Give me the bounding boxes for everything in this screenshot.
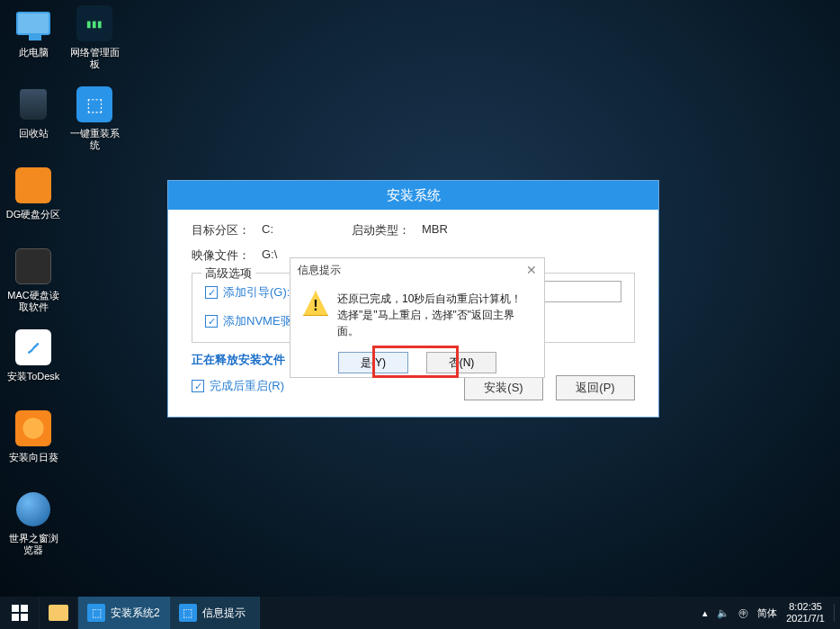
checkbox-restart-after[interactable]: ✓ 完成后重启(R) [192,378,284,394]
taskbar-explorer-button[interactable] [40,597,78,629]
svg-rect-2 [12,614,19,621]
icon-label: 世界之窗浏览器 [5,533,61,556]
ime-indicator-icon[interactable]: ㊥ [738,607,748,620]
app-icon [13,166,53,205]
icon-label: DG硬盘分区 [6,209,61,220]
taskbar: ⬚ 安装系统2 ⬚ 信息提示 ▴ 🔈 ㊥ 简体 8:02:35 2021/7/1 [0,597,840,629]
back-button[interactable]: 返回(P) [556,375,635,400]
checkbox-icon: ✓ [205,315,218,328]
icon-label: 一键重装系统 [67,128,122,151]
target-partition-value: C: [262,222,352,238]
dialog-titlebar: 信息提示 ✕ [290,258,544,282]
boot-type-value: MBR [422,222,448,238]
taskbar-app-installer[interactable]: ⬚ 安装系统2 [78,597,170,629]
taskbar-clock[interactable]: 8:02:35 2021/7/1 [786,601,825,625]
icon-label: 此电脑 [19,47,49,58]
info-dialog: 信息提示 ✕ ! 还原已完成，10秒后自动重启计算机！ 选择"是"马上重启，选择… [290,257,545,378]
svg-rect-0 [12,605,19,612]
image-file-label: 映像文件： [192,247,262,264]
app-icon: ▮▮▮ [75,4,114,43]
icon-label: 网络管理面板 [67,47,122,70]
advanced-legend: 高级选项 [201,265,255,282]
installer-title: 安装系统 [168,181,658,210]
dialog-message: 还原已完成，10秒后自动重启计算机！ 选择"是"马上重启，选择"否"返回主界面。 [337,291,532,339]
dialog-title-text: 信息提示 [298,258,341,282]
tray-overflow-button[interactable]: ▴ [702,607,708,619]
desktop-icon-dg-partition[interactable]: DG硬盘分区 [5,166,61,238]
folder-icon [49,605,68,621]
sound-icon[interactable]: 🔈 [717,607,729,619]
taskbar-app-label: 信息提示 [202,606,246,621]
dialog-no-button[interactable]: 否(N) [426,352,496,373]
desktop-icon-todesk[interactable]: ⟋ 安装ToDesk [5,328,61,400]
windows-icon [12,605,28,621]
image-file-value: G:\ [262,247,277,264]
install-button[interactable]: 安装(S) [464,375,543,400]
dialog-message-line: 选择"是"马上重启，选择"否"返回主界面。 [337,307,532,339]
desktop-icon-this-pc[interactable]: 此电脑 [5,4,61,76]
globe-icon [13,490,53,529]
show-desktop-button[interactable] [834,604,835,622]
checkbox-icon: ✓ [192,380,204,392]
desktop-icon-reinstall-system[interactable]: ⬚ 一键重装系统 [67,85,122,157]
boot-type-label: 启动类型： [352,222,422,238]
start-button[interactable] [0,597,40,629]
svg-rect-1 [21,605,28,612]
icon-label: 安装向日葵 [9,452,58,463]
clock-time: 8:02:35 [786,601,825,613]
desktop-icon-sunflower[interactable]: 安装向日葵 [5,409,61,481]
dialog-close-button[interactable]: ✕ [526,258,537,282]
desktop-icon-network-panel[interactable]: ▮▮▮ 网络管理面板 [67,4,122,76]
checkbox-icon: ✓ [205,286,218,299]
system-tray: ▴ 🔈 ㊥ 简体 8:02:35 2021/7/1 [697,597,840,629]
desktop-icon-theworld-browser[interactable]: 世界之窗浏览器 [5,490,61,562]
app-icon: ⬚ [87,604,105,622]
icon-label: MAC硬盘读取软件 [5,290,61,313]
taskbar-app-label: 安装系统2 [111,606,160,621]
svg-rect-3 [21,614,28,621]
bin-icon [13,85,53,124]
app-icon: ⟋ [13,328,53,367]
dialog-yes-button[interactable]: 是(Y) [338,352,408,373]
checkbox-label: 添加NVME驱 [223,313,292,329]
checkbox-add-nvme[interactable]: ✓ 添加NVME驱 [205,313,292,329]
app-icon: ⬚ [179,604,197,622]
desktop-icon-recycle-bin[interactable]: 回收站 [5,85,61,157]
clock-date: 2021/7/1 [786,613,825,625]
dialog-message-line: 还原已完成，10秒后自动重启计算机！ [337,291,532,307]
target-partition-label: 目标分区： [192,222,262,238]
checkbox-add-boot[interactable]: ✓ 添加引导(G): [205,284,290,301]
checkbox-label: 添加引导(G): [223,284,290,301]
icon-label: 安装ToDesk [7,371,60,382]
app-icon [13,247,53,286]
ime-indicator-text[interactable]: 简体 [757,607,777,620]
checkbox-label: 完成后重启(R) [210,378,284,394]
icon-label: 回收站 [19,128,49,139]
warning-icon: ! [303,291,328,316]
monitor-icon [13,4,53,43]
taskbar-app-info-dialog[interactable]: ⬚ 信息提示 [170,597,260,629]
app-icon [13,409,53,448]
app-icon: ⬚ [75,85,114,124]
desktop-icon-mac-disk[interactable]: MAC硬盘读取软件 [5,247,61,319]
